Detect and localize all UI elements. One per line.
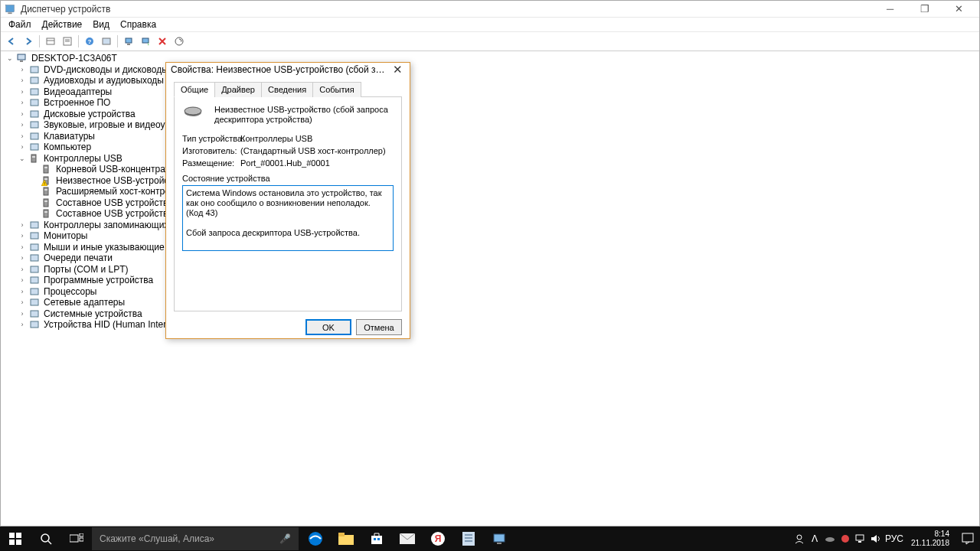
task-view-icon[interactable] [61,527,92,551]
tree-item[interactable]: ›Клавиатуры [2,131,978,142]
expand-icon[interactable]: › [18,119,27,130]
tree-item[interactable]: Составное USB устройство [2,197,978,208]
svg-rect-1 [8,12,11,14]
menu-help[interactable]: Справка [116,18,161,31]
cortana-search[interactable]: Скажите «Слушай, Алиса» 🎤 [92,527,299,550]
tray-chevron-icon[interactable]: ᐱ [807,527,822,551]
expand-icon[interactable]: › [18,109,27,119]
expand-icon[interactable]: ⌄ [5,53,15,64]
expand-icon[interactable]: › [18,97,27,108]
tree-item[interactable]: Корневой USB-концентратор (USB [2,164,978,174]
taskbar-app-store[interactable] [361,527,392,551]
device-manager-window: Диспетчер устройств ─ ❐ ✕ Файл Действие … [0,0,980,527]
toolbar: ? ↓ [1,32,979,51]
taskbar-app-notepad[interactable] [453,527,484,551]
expand-icon[interactable]: › [18,230,27,241]
taskbar-app-yandex[interactable]: Я [423,527,453,551]
expand-icon[interactable]: › [18,264,27,275]
tray-clock[interactable]: 8:14 21.11.2018 [905,530,956,548]
back-button[interactable] [4,34,19,49]
tree-item[interactable]: ›Устройства HID (Human Interface Dev [2,319,978,330]
update-driver-button[interactable] [121,34,136,49]
tray-network-icon[interactable] [853,527,868,551]
tree-item[interactable]: ›Мониторы [2,230,978,241]
menu-action[interactable]: Действие [38,18,87,31]
tree-item[interactable]: ›Видеоадаптеры [2,86,978,97]
tree-item[interactable]: ›Дисковые устройства [2,109,978,119]
device-tree[interactable]: ⌄ DESKTOP-1C3A06T ›DVD-дисководы и диско… [2,53,978,330]
properties-button[interactable] [60,34,75,49]
tray-app-icon[interactable] [838,527,853,551]
forward-button[interactable] [21,34,36,49]
expand-icon[interactable]: › [18,275,27,285]
tree-item[interactable]: ⌄Контроллеры USB [2,153,978,164]
expand-icon[interactable]: › [18,319,27,330]
expand-icon[interactable]: › [18,253,27,263]
tree-item[interactable]: ›Процессоры [2,286,978,297]
tab-driver[interactable]: Драйвер [214,82,262,97]
collapse-icon[interactable]: ⌄ [18,153,27,164]
tree-item[interactable]: Составное USB устройство [2,208,978,219]
tree-item[interactable]: ›Контроллеры запоминающих устро [2,220,978,230]
tree-item[interactable]: ›Системные устройства [2,308,978,319]
taskbar-app-edge[interactable] [300,527,331,551]
disable-button[interactable] [155,34,170,49]
tree-item[interactable]: ›Порты (COM и LPT) [2,264,978,275]
tray-volume-icon[interactable] [868,527,884,551]
uninstall-button[interactable]: ↓ [138,34,153,49]
start-button[interactable] [0,527,31,551]
action-center-icon[interactable] [956,527,980,551]
minimize-button[interactable]: ─ [873,2,907,17]
expand-icon[interactable]: › [18,75,27,86]
tree-root[interactable]: ⌄ DESKTOP-1C3A06T [2,53,978,64]
expand-icon[interactable]: › [18,297,27,308]
show-hidden-button[interactable] [43,34,58,49]
menu-view[interactable]: Вид [88,18,114,31]
search-icon[interactable] [31,527,61,551]
expand-icon[interactable]: › [18,131,27,142]
tree-item[interactable]: ›Встроенное ПО [2,97,978,108]
svg-point-55 [41,534,49,542]
expand-icon[interactable]: › [18,308,27,319]
tree-item[interactable]: ›Очереди печати [2,253,978,263]
tab-events[interactable]: События [312,82,361,97]
tray-lang[interactable]: РУС [884,527,905,551]
dialog-close-button[interactable]: ✕ [390,63,405,77]
tree-item[interactable]: ›Аудиовходы и аудиовыходы [2,75,978,86]
people-icon[interactable] [792,527,807,551]
scan-hardware-button[interactable] [172,34,187,49]
tree-item[interactable]: !Неизвестное USB-устройство (сбо [2,175,978,186]
expand-icon[interactable]: › [18,220,27,230]
expand-icon[interactable]: › [18,86,27,97]
help-button[interactable]: ? [82,34,97,49]
expand-icon[interactable]: › [18,142,27,152]
tab-details[interactable]: Сведения [261,82,313,97]
expand-icon[interactable]: › [18,242,27,253]
titlebar: Диспетчер устройств ─ ❐ ✕ [1,1,979,18]
taskbar-app-explorer[interactable] [331,527,361,551]
close-button[interactable]: ✕ [942,2,976,17]
ok-button[interactable]: OK [305,319,351,335]
status-textbox[interactable]: Система Windows остановила это устройств… [182,185,394,251]
expand-icon[interactable]: › [18,64,27,75]
tree-item[interactable]: ›Программные устройства [2,275,978,285]
usb-device-icon [41,208,53,219]
tree-item[interactable]: ›Звуковые, игровые и видеоустройст [2,119,978,130]
menu-file[interactable]: Файл [4,18,36,31]
cancel-button[interactable]: Отмена [356,319,402,335]
dialog-titlebar[interactable]: Свойства: Неизвестное USB-устройство (сб… [166,63,410,77]
tree-item[interactable]: Расширяемый хост-контроллер I [2,186,978,197]
svg-rect-43 [31,266,38,272]
tree-item[interactable]: ›Компьютер [2,142,978,152]
view-button[interactable] [99,34,114,49]
tree-item[interactable]: ›DVD-дисководы и дисководы компа [2,64,978,75]
tab-general[interactable]: Общие [174,82,215,97]
expand-icon[interactable]: › [18,286,27,297]
maximize-button[interactable]: ❐ [907,2,942,17]
taskbar-app-mail[interactable] [392,527,423,551]
mic-icon[interactable]: 🎤 [279,533,291,544]
tree-item[interactable]: ›Мыши и иные указывающие устрой [2,242,978,253]
tray-onedrive-icon[interactable] [822,527,838,551]
tree-item[interactable]: ›Сетевые адаптеры [2,297,978,308]
taskbar-app-devmgr[interactable] [484,527,514,551]
